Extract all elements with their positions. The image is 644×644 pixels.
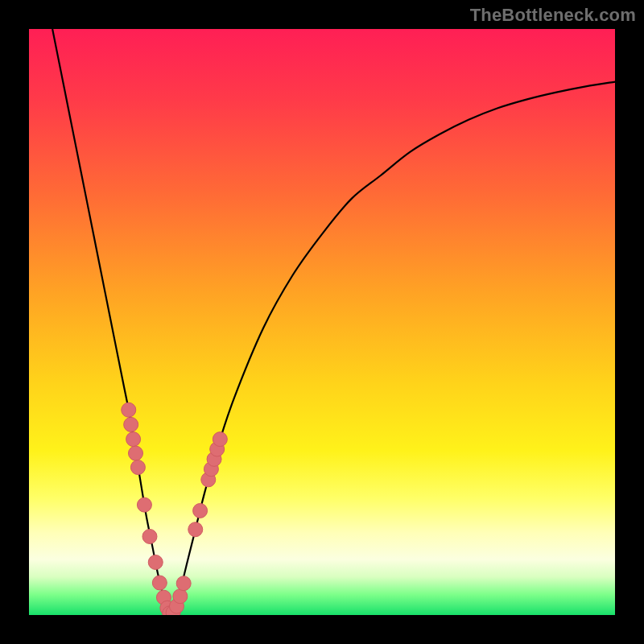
data-marker	[126, 432, 141, 447]
data-marker	[137, 497, 151, 512]
watermark-text: TheBottleneck.com	[470, 5, 636, 26]
plot-area	[29, 29, 615, 615]
data-marker	[188, 522, 203, 537]
chart-svg	[29, 29, 615, 615]
data-marker	[130, 460, 145, 475]
data-marker	[176, 576, 191, 591]
data-marker	[173, 589, 188, 604]
data-marker	[152, 576, 167, 590]
data-marker	[213, 432, 227, 447]
data-marker	[122, 402, 136, 417]
data-marker	[129, 446, 143, 460]
data-marker	[148, 555, 163, 569]
outer-frame: TheBottleneck.com	[0, 0, 644, 644]
data-marker	[193, 503, 208, 518]
data-marker	[124, 417, 138, 431]
data-marker	[142, 529, 157, 543]
gradient-background	[29, 29, 615, 615]
